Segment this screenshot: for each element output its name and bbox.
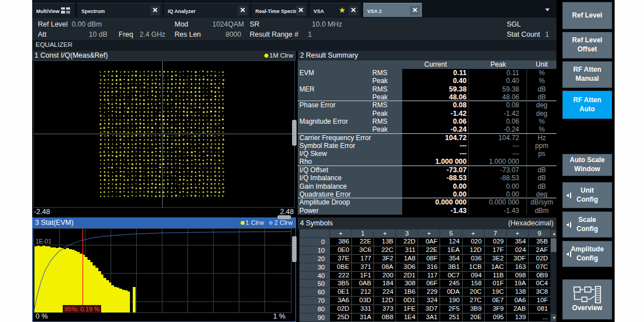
- tab-overflow-chevron-down-icon[interactable]: [545, 8, 550, 11]
- tab-spectrum[interactable]: Spectrum✕: [77, 3, 162, 17]
- symbol-cell: 3D7: [417, 305, 440, 314]
- softkey-label: RF Atten: [563, 66, 612, 75]
- close-icon[interactable]: ✕: [349, 6, 358, 15]
- result-unit: dB: [527, 85, 556, 93]
- close-icon[interactable]: ✕: [296, 6, 306, 15]
- result-unit: %: [527, 77, 556, 85]
- symbols-row: 600E12122241B62290DA20C19C1383C8: [299, 288, 550, 297]
- result-row: I/Q Imbalance-88.53-88.53dB: [298, 174, 556, 182]
- symbols-col-header: 5: [440, 229, 462, 238]
- stat-count-label: Stat Count: [507, 31, 540, 38]
- vertical-splitter-grip[interactable]: [292, 236, 297, 262]
- sr-value[interactable]: 10.0 MHz: [312, 20, 342, 28]
- result-current-value: 0.06: [402, 118, 469, 125]
- tab-real-time-spectrum[interactable]: Real-Time Spectrum✕: [251, 3, 308, 17]
- symbol-cell: 1FE: [395, 305, 417, 314]
- result-current-value: 0.11: [402, 69, 469, 77]
- symbols-row-index: 70: [299, 297, 329, 305]
- close-icon[interactable]: ✕: [410, 6, 420, 15]
- softkey-overview[interactable]: Overview: [562, 279, 612, 320]
- result-sub-label: Peak: [372, 77, 402, 85]
- symbols-row-index: 80: [299, 305, 329, 314]
- softkey-amplitude-config[interactable]: AmplitudeConfig: [562, 241, 612, 267]
- symbol-cell: 19A: [506, 280, 528, 288]
- symbol-cell: 098: [506, 272, 528, 280]
- window-result-summary: 2 Result Summary Current Peak Unit EVMRM…: [298, 51, 556, 216]
- symbol-cell: 17F: [484, 246, 506, 255]
- result-name: [298, 93, 372, 101]
- symbols-row: 402221F12002D11170C709411B0980B9: [299, 272, 550, 280]
- tab-vsa-2[interactable]: VSA 2✕: [363, 3, 422, 17]
- symbol-cell: 31A: [351, 314, 373, 322]
- close-icon[interactable]: ✕: [238, 6, 247, 15]
- sr-label: SR: [250, 20, 259, 28]
- att-value[interactable]: 10 dB: [66, 31, 107, 38]
- softkey-ref-level[interactable]: Ref Level: [562, 2, 612, 29]
- softkey-rf-atten-manual[interactable]: RF AttenManual: [562, 61, 612, 88]
- symbol-cell: 3B5: [329, 280, 351, 288]
- freq-value[interactable]: 2.4 GHz: [140, 31, 166, 38]
- result-unit: dB: [527, 182, 556, 190]
- symbol-cell: 1CB: [462, 263, 484, 272]
- result-unit: Hz: [527, 134, 556, 142]
- result-current-value: 0.00: [402, 182, 469, 190]
- result-name: Magnitude Error: [298, 118, 372, 125]
- page: MultiViewSpectrum✕IQ Analyzer✕Real-Time …: [0, 0, 644, 322]
- tab-multiview[interactable]: MultiView: [32, 3, 75, 17]
- result-range-value[interactable]: 1: [308, 31, 312, 38]
- symbols-row-index: 10: [299, 246, 329, 255]
- window-const-iq-header[interactable]: 1 Const I/Q(Meas&Ref) 1M Clrw: [32, 51, 296, 60]
- symbols-row: 100E03C622C31122E1EA12D17F0242AF: [299, 246, 550, 255]
- symbol-cell: 0AB: [351, 280, 373, 288]
- res-len-value[interactable]: 8000: [190, 31, 241, 38]
- tab-label: IQ Analyzer: [168, 8, 195, 14]
- grid-square: [61, 11, 65, 14]
- result-sub-label: RMS: [372, 85, 402, 93]
- trace2-label: 2 Clrw: [274, 219, 293, 226]
- result-peak-value: 0.00: [469, 182, 527, 190]
- symbols-table: +1+3+5+7+9038622E13B22D0AF12402002935435…: [299, 229, 550, 322]
- symbol-cell: 06F: [417, 280, 440, 288]
- vertical-splitter-grip[interactable]: [292, 120, 297, 146]
- multiview-grid-icon: [61, 7, 70, 14]
- symbol-cell: 3B9: [462, 305, 484, 314]
- result-row: Carrier Frequency Error104.72104.72Hz: [298, 134, 556, 142]
- symbol-cell: 35B: [528, 238, 550, 246]
- result-row: Peak48.0648.06dB: [298, 93, 556, 101]
- softkey-scale-config[interactable]: ScaleConfig: [562, 211, 612, 238]
- result-name: I/Q Imbalance: [298, 174, 372, 182]
- symbol-cell: 020: [462, 238, 484, 246]
- result-unit: ppm: [527, 142, 556, 150]
- freq-label: Freq: [119, 31, 133, 38]
- softkey-label: Auto Scale: [563, 156, 612, 165]
- window-title: 2 Result Summary: [300, 51, 358, 59]
- result-name: [298, 110, 372, 118]
- softkey-rf-atten-auto[interactable]: RF AttenAuto: [562, 90, 612, 119]
- softkey-auto-scale-window[interactable]: Auto ScaleWindow: [562, 154, 612, 176]
- window-result-summary-header[interactable]: 2 Result Summary: [298, 51, 556, 60]
- result-row: Peak-1.42-1.42deg: [298, 110, 556, 118]
- close-icon[interactable]: ✕: [150, 6, 160, 15]
- window-const-iq: 1 Const I/Q(Meas&Ref) 1M Clrw -2.48 2.48: [32, 51, 296, 215]
- ref-level-value[interactable]: 0.00 dBm: [72, 20, 102, 28]
- symbol-cell: 095: [484, 314, 506, 322]
- tab-iq-analyzer[interactable]: IQ Analyzer✕: [164, 3, 250, 17]
- mod-value[interactable]: 1024QAM: [190, 20, 244, 28]
- symbols-col-header: +: [417, 229, 440, 238]
- result-sub-label: [372, 190, 402, 198]
- horizontal-splitter-grip[interactable]: [277, 215, 291, 219]
- window-stat-evm-header[interactable]: 3 Stat(EVM) 1 Clrw 2 Clrw: [33, 218, 295, 228]
- result-unit: dB: [527, 93, 556, 101]
- result-name: Phase Error: [298, 101, 372, 109]
- result-name: EVM: [298, 69, 372, 77]
- softkey-unit-config[interactable]: UnitConfig: [562, 182, 612, 208]
- col-current: Current: [402, 60, 469, 68]
- softkey-ref-level-offset[interactable]: Ref LevelOffset: [562, 32, 612, 59]
- window-stat-evm: 3 Stat(EVM) 1 Clrw 2 Clrw 1E-01 95%: 0.1…: [32, 217, 296, 322]
- tab-vsa[interactable]: VSA★✕: [310, 3, 360, 17]
- symbol-cell: 139: [506, 314, 528, 322]
- window-symbols-header[interactable]: 4 Symbols (Hexadecimal): [298, 217, 556, 229]
- trace2-dot-icon: [269, 221, 273, 225]
- symbol-cell: 1F1: [351, 272, 373, 280]
- submenu-left-arrow-icon: [566, 251, 572, 257]
